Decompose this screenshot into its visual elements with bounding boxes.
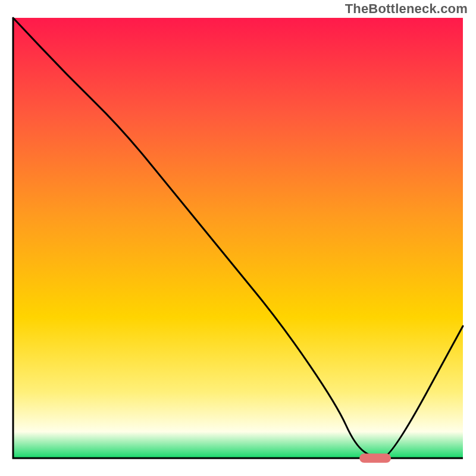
gradient-background: [13, 18, 463, 458]
watermark-label: TheBottleneck.com: [345, 1, 468, 17]
optimal-marker: [359, 453, 391, 463]
chart-container: TheBottleneck.com: [0, 0, 476, 476]
bottleneck-chart: [0, 0, 476, 476]
